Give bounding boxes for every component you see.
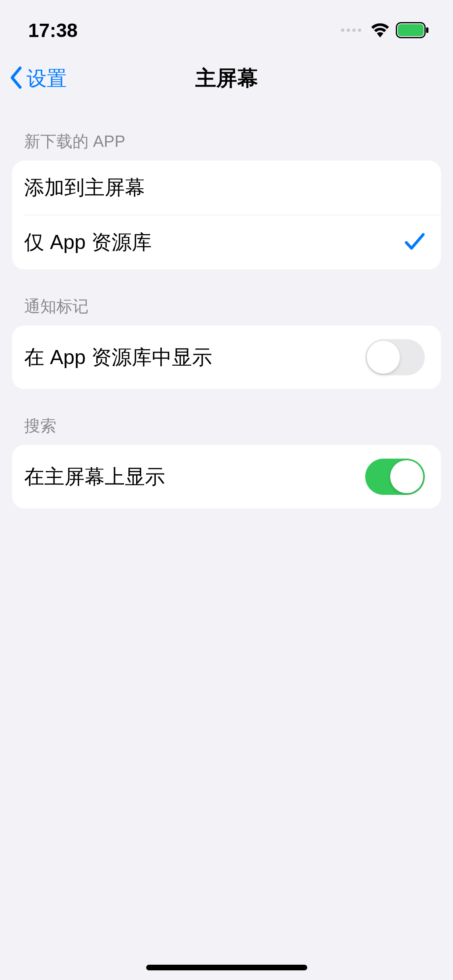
status-bar: 17:38 [0, 0, 453, 52]
wifi-icon [371, 23, 389, 37]
row-show-in-library: 在 App 资源库中显示 [12, 325, 441, 389]
checkmark-icon [405, 232, 425, 253]
back-button[interactable]: 设置 [8, 65, 67, 92]
toggle-show-on-home[interactable] [365, 459, 425, 495]
battery-icon [396, 22, 429, 38]
back-label: 设置 [27, 65, 67, 92]
status-time: 17:38 [28, 19, 78, 41]
navigation-bar: 设置 主屏幕 [0, 52, 453, 105]
row-label: 在 App 资源库中显示 [24, 344, 212, 371]
chevron-left-icon [8, 66, 24, 91]
row-label: 在主屏幕上显示 [24, 463, 165, 490]
option-add-to-home[interactable]: 添加到主屏幕 [12, 161, 441, 215]
page-title: 主屏幕 [195, 64, 258, 93]
section-header-badges: 通知标记 [0, 295, 453, 325]
cellular-dots-icon [341, 29, 361, 32]
option-label: 仅 App 资源库 [24, 229, 152, 256]
row-show-on-home: 在主屏幕上显示 [12, 445, 441, 509]
status-indicators [341, 22, 429, 38]
section-badges: 通知标记 在 App 资源库中显示 [0, 295, 453, 389]
section-header-search: 搜索 [0, 415, 453, 445]
group-new-apps: 添加到主屏幕 仅 App 资源库 [12, 161, 441, 270]
group-badges: 在 App 资源库中显示 [12, 325, 441, 389]
svg-rect-1 [398, 24, 424, 36]
home-indicator[interactable] [146, 965, 307, 970]
option-app-library-only[interactable]: 仅 App 资源库 [24, 215, 441, 270]
section-header-new-apps: 新下载的 APP [0, 130, 453, 161]
svg-rect-2 [426, 27, 428, 33]
section-search: 搜索 在主屏幕上显示 [0, 415, 453, 509]
group-search: 在主屏幕上显示 [12, 445, 441, 509]
switch-knob [367, 341, 400, 374]
section-new-apps: 新下载的 APP 添加到主屏幕 仅 App 资源库 [0, 130, 453, 270]
switch-knob [390, 460, 423, 493]
option-label: 添加到主屏幕 [24, 174, 145, 201]
toggle-show-in-library[interactable] [365, 339, 425, 375]
